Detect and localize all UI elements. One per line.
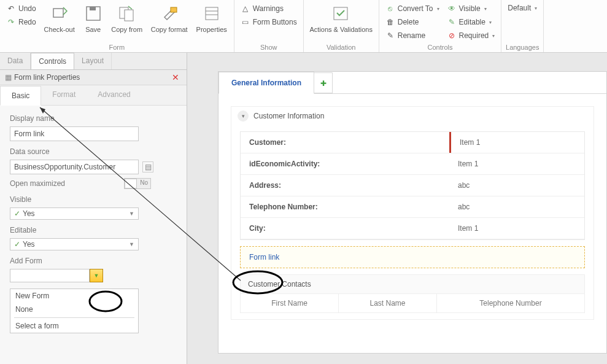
svg-rect-6	[206, 7, 218, 20]
tab-general-information[interactable]: General Information	[218, 72, 314, 94]
contacts-table: Customer Contacts First Name Last Name T…	[240, 274, 585, 313]
section-header[interactable]: ▾ Customer Information	[231, 107, 593, 125]
field-row-economic[interactable]: idEconomicActivity: Item 1	[241, 153, 584, 175]
formlink-control[interactable]: Form link	[240, 246, 585, 268]
ribbon-group-languages: Default▾ Languages	[501, 0, 544, 52]
redo-button[interactable]: ↷Redo	[4, 16, 39, 28]
convertto-button[interactable]: ⎋Convert To▾	[383, 2, 442, 15]
column-firstname[interactable]: First Name	[241, 294, 339, 312]
plus-icon: ✚	[320, 79, 327, 88]
copyformat-button[interactable]: Copy format	[148, 1, 191, 33]
field-label: Telephone Number:	[241, 196, 449, 217]
form-canvas: General Information ✚ ▾ Customer Informa…	[187, 53, 607, 364]
actions-validations-button[interactable]: Actions & Validations	[307, 1, 375, 33]
field-label: Address:	[241, 175, 449, 196]
datasource-picker-button[interactable]: ▤	[142, 161, 153, 172]
required-button[interactable]: ⊘Required▾	[444, 29, 498, 42]
properties-button[interactable]: Properties	[193, 1, 230, 33]
database-icon: ▤	[145, 163, 152, 171]
addform-input[interactable]	[10, 269, 90, 282]
required-icon: ⊘	[447, 31, 457, 41]
field-value: abc	[449, 175, 584, 196]
visible-combo[interactable]: ✓Yes▼	[10, 207, 139, 220]
rename-icon: ✎	[385, 31, 395, 41]
svg-rect-5	[171, 7, 177, 12]
field-value: Item 1	[449, 153, 584, 174]
rename-button[interactable]: ✎Rename	[383, 29, 442, 42]
form-tabs: General Information ✚	[218, 72, 606, 94]
ribbon-group-label: Validation	[307, 44, 375, 52]
checkout-button[interactable]: Check-out	[41, 1, 78, 33]
prop-tab-format[interactable]: Format	[41, 85, 87, 105]
menu-new-form[interactable]: New Form	[10, 289, 138, 303]
field-row-customer[interactable]: Customer: Item 1	[241, 132, 584, 153]
save-icon	[83, 4, 103, 23]
field-row-address[interactable]: Address: abc	[241, 175, 584, 196]
datasource-label: Data source	[10, 147, 177, 156]
field-value: Item 1	[449, 218, 584, 239]
addform-menu: New Form None Select a form	[10, 288, 139, 333]
chevron-down-icon: ▾	[437, 6, 439, 12]
prop-tab-basic[interactable]: Basic	[0, 86, 41, 106]
editable-button[interactable]: ✎Editable▾	[444, 16, 498, 28]
chevron-down-icon: ▾	[484, 6, 487, 12]
delete-icon: 🗑	[385, 17, 395, 27]
prop-tab-advanced[interactable]: Advanced	[87, 85, 141, 105]
add-tab-button[interactable]: ✚	[314, 72, 333, 93]
copyfrom-button[interactable]: Copy from	[109, 1, 145, 33]
ribbon-group-label: Form	[4, 44, 230, 52]
tab-data[interactable]: Data	[0, 53, 31, 69]
chevron-down-icon: ▾	[535, 6, 537, 11]
language-selector[interactable]: Default▾	[505, 2, 539, 14]
visible-button[interactable]: 👁Visible▾	[444, 2, 498, 15]
prop-tabs: Basic Format Advanced	[0, 85, 187, 106]
save-button[interactable]: Save	[80, 1, 106, 33]
ribbon: ↶Undo ↷Redo Check-out Save Copy from Cop…	[0, 0, 607, 53]
editable-combo[interactable]: ✓Yes▼	[10, 238, 139, 250]
undo-button[interactable]: ↶Undo	[4, 2, 39, 15]
ribbon-group-show: △Warnings ▭Form Buttons Show	[234, 0, 304, 52]
tab-layout[interactable]: Layout	[74, 53, 112, 69]
field-value: Item 1	[449, 132, 584, 153]
ribbon-group-label: Controls	[383, 44, 498, 52]
chevron-down-icon: ▼	[94, 273, 99, 279]
tab-controls[interactable]: Controls	[31, 53, 74, 69]
left-panel: Data Controls Layout ▦ Form link Propert…	[0, 53, 187, 364]
copyfrom-icon	[117, 4, 137, 23]
chevron-down-icon: ▾	[489, 20, 492, 25]
visible-label: Visible	[10, 195, 177, 204]
field-value: abc	[449, 196, 584, 217]
formbuttons-button[interactable]: ▭Form Buttons	[238, 16, 300, 28]
displayname-label: Display name	[10, 114, 177, 123]
column-telephone[interactable]: Telephone Number	[437, 294, 584, 312]
field-row-city[interactable]: City: Item 1	[241, 218, 584, 239]
ribbon-group-label: Languages	[505, 44, 539, 52]
warnings-button[interactable]: △Warnings	[238, 2, 300, 15]
addform-dropdown-button[interactable]: ▼	[90, 269, 103, 282]
section-title: Customer Information	[253, 112, 324, 120]
openmax-toggle[interactable]: No	[124, 178, 151, 189]
addform-label: Add Form	[10, 257, 177, 265]
menu-select-form[interactable]: Select a form	[10, 319, 138, 333]
formbuttons-icon: ▭	[241, 17, 250, 27]
convert-icon: ⎋	[385, 4, 395, 14]
displayname-input[interactable]	[10, 126, 139, 141]
check-icon: ✓	[14, 240, 20, 249]
ribbon-group-controls: ⎋Convert To▾ 🗑Delete ✎Rename 👁Visible▾ ✎…	[379, 0, 502, 52]
column-lastname[interactable]: Last Name	[339, 294, 437, 312]
delete-button[interactable]: 🗑Delete	[383, 16, 442, 28]
close-button[interactable]: ✕	[169, 72, 182, 82]
fields-block: Customer: Item 1 idEconomicActivity: Ite…	[240, 131, 585, 240]
form-surface: General Information ✚ ▾ Customer Informa…	[218, 71, 607, 354]
contacts-header: Customer Contacts	[241, 275, 584, 294]
eye-icon: 👁	[447, 4, 457, 14]
chevron-down-icon: ▼	[129, 211, 134, 217]
field-label: City:	[241, 218, 449, 239]
menu-none[interactable]: None	[10, 303, 138, 316]
panel-tabs: Data Controls Layout	[0, 53, 187, 70]
chevron-down-icon: ▾	[238, 110, 249, 122]
field-row-telephone[interactable]: Telephone Number: abc	[241, 196, 584, 218]
datasource-input[interactable]	[10, 160, 139, 174]
properties-header: ▦ Form link Properties ✕	[0, 70, 187, 85]
ribbon-group-form: ↶Undo ↷Redo Check-out Save Copy from Cop…	[0, 0, 234, 52]
